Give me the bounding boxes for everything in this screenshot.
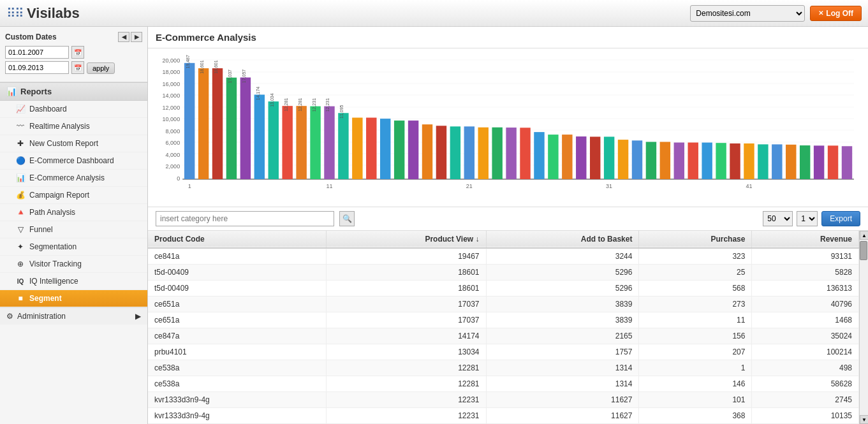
bar-26[interactable]	[534, 132, 544, 179]
bar-25[interactable]	[520, 128, 530, 179]
scrollbar[interactable]: ▲ ▼	[859, 231, 868, 424]
bar-23[interactable]	[492, 128, 502, 179]
bar-16[interactable]	[394, 121, 404, 179]
scroll-up-arrow[interactable]: ▲	[860, 231, 868, 240]
bar-19[interactable]	[436, 126, 446, 179]
sidebar-item-ecommerce-dashboard[interactable]: 🔵 E-Commerce Dashboard	[0, 152, 147, 170]
bar-32[interactable]	[618, 140, 628, 179]
svg-text:17,037: 17,037	[228, 69, 232, 83]
bar-27[interactable]	[548, 135, 558, 179]
table-cell: ce538a	[148, 360, 327, 376]
sidebar-item-administration[interactable]: ⚙ Administration ▶	[0, 307, 147, 325]
sidebar-item-campaign-report[interactable]: 💰 Campaign Report	[0, 187, 147, 204]
sidebar-item-realtime[interactable]: 〰 Realtime Analysis	[0, 118, 147, 135]
table-cell: 3839	[486, 296, 639, 312]
bar-17[interactable]	[408, 121, 418, 179]
reports-label: Reports	[20, 87, 52, 96]
new-custom-report-icon: ✚	[15, 139, 26, 148]
bar-29[interactable]	[576, 136, 586, 179]
bar-22[interactable]	[478, 128, 489, 179]
bar-38[interactable]	[702, 143, 712, 179]
svg-text:17,057: 17,057	[242, 69, 246, 83]
calendar-to-icon[interactable]: 📅	[71, 61, 84, 74]
search-input[interactable]	[156, 211, 334, 226]
search-button[interactable]: 🔍	[339, 211, 355, 226]
apply-button[interactable]: apply	[87, 62, 115, 74]
table-cell: 10135	[752, 408, 859, 424]
bar-47[interactable]	[828, 145, 838, 179]
bar-44[interactable]	[786, 145, 796, 179]
bar-43[interactable]	[772, 144, 782, 179]
bar-21[interactable]	[464, 126, 474, 179]
bar-41[interactable]	[744, 143, 754, 179]
bar-12[interactable]	[338, 113, 348, 179]
col-product-view[interactable]: Product View ↓	[327, 231, 486, 248]
site-selector[interactable]: Demositesi.com	[690, 5, 805, 22]
bar-31[interactable]	[604, 136, 614, 179]
bar-2[interactable]	[198, 68, 209, 179]
bar-13[interactable]	[352, 118, 362, 179]
sidebar-item-ecommerce-analysis[interactable]: 📊 E-Commerce Analysis	[0, 170, 147, 187]
table-cell: ce651a	[148, 296, 327, 312]
date-to-input[interactable]	[5, 61, 69, 74]
table-cell: 58628	[752, 376, 859, 392]
bar-9[interactable]	[296, 106, 306, 179]
custom-dates-next-icon[interactable]: ▶	[131, 32, 142, 42]
bar-48[interactable]	[842, 146, 852, 179]
export-button[interactable]: Export	[821, 211, 860, 226]
bar-11[interactable]	[324, 106, 334, 179]
bar-30[interactable]	[590, 136, 600, 179]
sidebar-item-segment[interactable]: ■ Segment	[0, 290, 147, 307]
svg-text:12,281: 12,281	[284, 98, 288, 111]
content-area: E-Commerce Analysis 20,000 18,000 16,000…	[148, 27, 868, 424]
sidebar-item-segmentation[interactable]: ✦ Segmentation	[0, 238, 147, 256]
bar-28[interactable]	[562, 135, 572, 179]
bar-42[interactable]	[758, 144, 768, 179]
bar-20[interactable]	[450, 126, 460, 179]
bar-14[interactable]	[366, 118, 376, 179]
sidebar-item-path-analysis[interactable]: 🔺 Path Analysis	[0, 204, 147, 221]
bar-37[interactable]	[688, 143, 698, 179]
ecommerce-analysis-icon: 📊	[15, 173, 26, 182]
bar-46[interactable]	[814, 145, 824, 179]
bar-4[interactable]	[226, 78, 237, 179]
bar-15[interactable]	[380, 119, 390, 179]
bar-5[interactable]	[240, 78, 251, 179]
main-layout: Custom Dates ◀ ▶ 📅 📅 apply 📊 Reports	[0, 27, 868, 424]
bar-10[interactable]	[310, 106, 320, 179]
calendar-from-icon[interactable]: 📅	[71, 46, 84, 59]
svg-text:19,487: 19,487	[186, 55, 190, 68]
sidebar-item-visitor-tracking[interactable]: ⊕ Visitor Tracking	[0, 256, 147, 273]
bar-8[interactable]	[282, 106, 292, 179]
page-select[interactable]: 123	[797, 211, 818, 226]
sidebar-item-iq-intelligence[interactable]: IQ IQ Intelligence	[0, 273, 147, 290]
bar-1[interactable]	[184, 63, 195, 179]
bar-24[interactable]	[506, 128, 516, 179]
scroll-thumb[interactable]	[860, 241, 867, 260]
sidebar-item-new-custom-report[interactable]: ✚ New Custom Report	[0, 135, 147, 152]
bar-35[interactable]	[660, 142, 670, 179]
data-table-wrapper[interactable]: Product Code Product View ↓ Add to Baske…	[148, 231, 859, 424]
table-cell: 207	[639, 344, 752, 360]
custom-dates-prev-icon[interactable]: ◀	[118, 32, 129, 42]
bar-40[interactable]	[730, 143, 740, 179]
sidebar-item-dashboard[interactable]: 📈 Dashboard	[0, 101, 147, 118]
data-table: Product Code Product View ↓ Add to Baske…	[148, 231, 859, 424]
table-cell: ce841a	[148, 248, 327, 265]
bar-18[interactable]	[422, 124, 432, 179]
per-page-select[interactable]: 50100200	[763, 211, 793, 226]
bar-3[interactable]	[212, 68, 223, 179]
logoff-button[interactable]: Log Off	[810, 6, 862, 21]
bar-34[interactable]	[646, 142, 656, 179]
scroll-down-arrow[interactable]: ▼	[860, 415, 868, 424]
bar-39[interactable]	[716, 143, 726, 179]
bar-45[interactable]	[800, 145, 810, 179]
svg-text:1: 1	[188, 183, 191, 189]
bar-7[interactable]	[268, 101, 279, 179]
bar-6[interactable]	[254, 94, 265, 179]
bar-33[interactable]	[632, 140, 642, 179]
date-from-input[interactable]	[5, 46, 69, 59]
scroll-track[interactable]	[860, 240, 868, 415]
sidebar-item-funnel[interactable]: ▽ Funnel	[0, 221, 147, 238]
bar-36[interactable]	[674, 143, 684, 179]
